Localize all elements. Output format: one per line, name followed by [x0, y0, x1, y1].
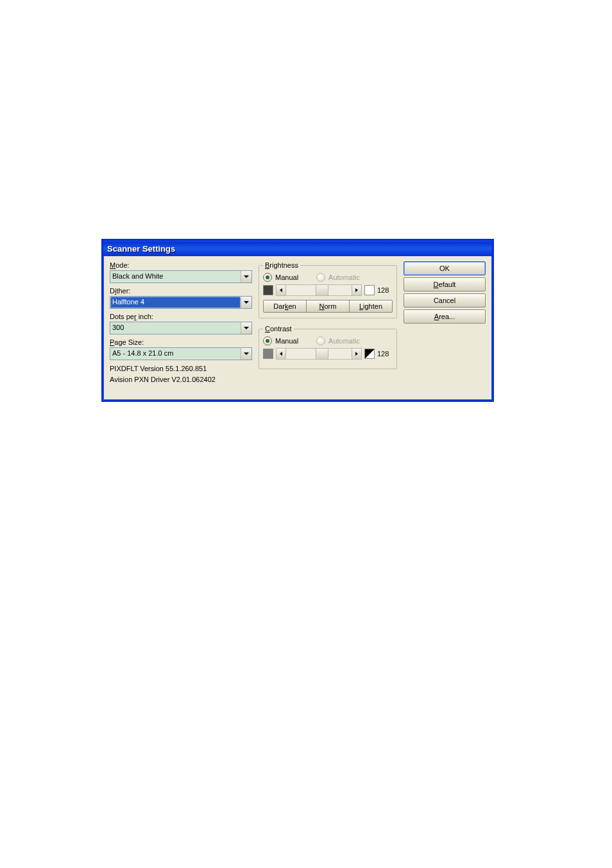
contrast-legend: Contrast: [265, 325, 292, 333]
page-size-dropdown[interactable]: A5 - 14.8 x 21.0 cm: [110, 347, 252, 360]
brightness-slider-track[interactable]: [285, 285, 352, 295]
brightness-automatic-label: Automatic: [328, 273, 360, 281]
dither-dropdown-button[interactable]: [241, 297, 251, 308]
brightness-manual-radio[interactable]: Manual: [263, 273, 298, 282]
brightness-button-row: Darken Norm Lighten: [263, 300, 393, 313]
dpi-dropdown[interactable]: 300: [110, 322, 252, 334]
cancel-button[interactable]: Cancel: [404, 293, 486, 308]
left-column: Mode: Black and White Dither: Halftone 4…: [110, 261, 252, 385]
scanner-settings-dialog: Scanner Settings Mode: Black and White D…: [101, 239, 494, 402]
mode-label: Mode:: [110, 261, 130, 269]
right-column: OK Default Cancel Area...: [404, 261, 486, 385]
contrast-manual-label: Manual: [275, 337, 298, 345]
chevron-down-icon: [244, 301, 249, 304]
brightness-value: 128: [377, 286, 393, 294]
driver-version: Avision PXN Driver V2.01.062402: [110, 375, 252, 385]
cancel-button-label: Cancel: [434, 297, 455, 304]
dpi-value: 300: [110, 322, 241, 334]
contrast-automatic-radio: Automatic: [316, 336, 360, 345]
lighten-button[interactable]: Lighten: [349, 300, 393, 313]
brightness-legend: Brightness: [265, 261, 298, 269]
radio-icon: [316, 273, 325, 282]
contrast-slider-track[interactable]: [285, 349, 352, 359]
dialog-content: Mode: Black and White Dither: Halftone 4…: [103, 256, 492, 387]
mode-dropdown-button[interactable]: [241, 271, 251, 282]
contrast-slider-right[interactable]: [352, 348, 362, 360]
dpi-label: Dots per inch:: [110, 313, 153, 320]
ok-button[interactable]: OK: [404, 261, 486, 275]
dither-label: Dither:: [110, 287, 130, 295]
contrast-slider-left[interactable]: [276, 348, 286, 360]
contrast-automatic-label: Automatic: [328, 337, 360, 345]
dither-dropdown[interactable]: Halftone 4: [110, 296, 252, 309]
contrast-group: Contrast Manual Automatic: [259, 325, 397, 369]
dpi-dropdown-button[interactable]: [241, 322, 251, 334]
chevron-down-icon: [244, 352, 249, 355]
brightness-group: Brightness Manual Automatic: [259, 261, 397, 318]
area-button-label: Area...: [434, 313, 455, 320]
contrast-manual-radio[interactable]: Manual: [263, 336, 298, 345]
triangle-right-icon: [355, 352, 358, 356]
contrast-low-swatch: [263, 349, 273, 359]
darken-button[interactable]: Darken: [263, 300, 307, 313]
dialog-title: Scanner Settings: [107, 244, 175, 254]
brightness-slider-left[interactable]: [276, 284, 286, 296]
radio-icon: [263, 336, 272, 345]
dither-value: Halftone 4: [110, 297, 241, 308]
brightness-slider-thumb[interactable]: [316, 284, 328, 296]
brightness-manual-label: Manual: [275, 273, 298, 281]
radio-icon: [316, 336, 325, 345]
brightness-light-swatch: [364, 285, 375, 295]
contrast-radio-row: Manual Automatic: [263, 336, 393, 345]
mode-value: Black and White: [110, 271, 241, 282]
page-size-value: A5 - 14.8 x 21.0 cm: [110, 348, 241, 360]
contrast-slider[interactable]: [276, 348, 362, 360]
page-size-dropdown-button[interactable]: [241, 348, 251, 360]
ok-button-label: OK: [439, 265, 450, 272]
brightness-automatic-radio: Automatic: [316, 273, 360, 282]
area-button[interactable]: Area...: [404, 309, 486, 324]
mode-dropdown[interactable]: Black and White: [110, 270, 252, 283]
triangle-left-icon: [280, 352, 282, 356]
triangle-right-icon: [355, 288, 358, 292]
brightness-slider[interactable]: [276, 284, 362, 296]
default-button-label: Default: [434, 281, 456, 288]
radio-icon: [263, 273, 272, 282]
contrast-slider-row: 128: [263, 348, 393, 360]
page-size-label: Page Size:: [110, 338, 144, 346]
chevron-down-icon: [244, 327, 249, 329]
brightness-radio-row: Manual Automatic: [263, 273, 393, 282]
brightness-slider-right[interactable]: [352, 284, 362, 296]
norm-button[interactable]: Norm: [306, 300, 350, 313]
middle-column: Brightness Manual Automatic: [259, 261, 397, 385]
chevron-down-icon: [244, 275, 249, 278]
pixdflt-version: PIXDFLT Version 55.1.260.851: [110, 364, 252, 374]
titlebar[interactable]: Scanner Settings: [103, 241, 492, 256]
contrast-slider-thumb[interactable]: [316, 348, 328, 360]
brightness-slider-row: 128: [263, 284, 393, 296]
default-button[interactable]: Default: [404, 277, 486, 291]
contrast-high-swatch: [364, 349, 375, 359]
contrast-value: 128: [377, 350, 393, 358]
brightness-dark-swatch: [263, 285, 273, 295]
triangle-left-icon: [280, 288, 282, 292]
